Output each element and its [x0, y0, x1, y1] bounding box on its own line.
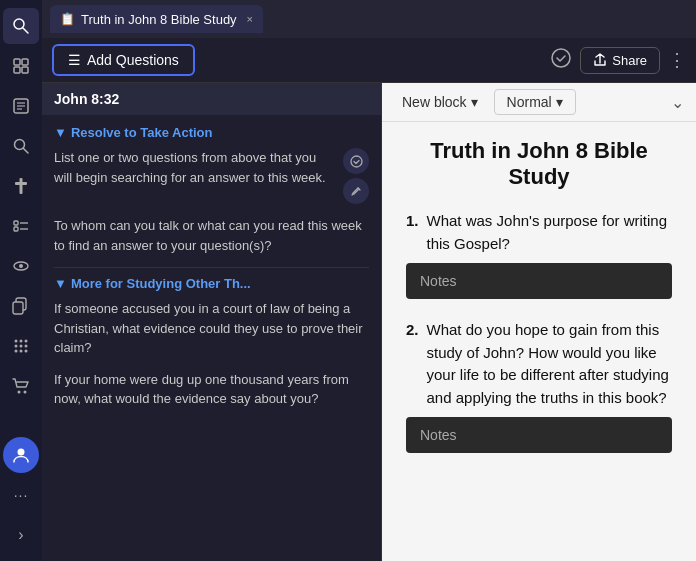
svg-point-28: [15, 350, 18, 353]
right-panel: New block ▾ Normal ▾ ⌄ Truth in John 8 B…: [382, 83, 696, 561]
svg-line-1: [23, 28, 28, 33]
expand-icon[interactable]: ⌄: [671, 93, 684, 112]
divider: [54, 267, 369, 268]
question-1: 1. What was John's purpose for writing t…: [406, 210, 672, 255]
svg-point-22: [15, 340, 18, 343]
svg-rect-16: [14, 227, 18, 231]
question-block-2: 2. What do you hope to gain from this st…: [406, 319, 672, 453]
active-tab[interactable]: 📋 Truth in John 8 Bible Study ×: [50, 5, 263, 33]
section-resolve-header[interactable]: ▼ Resolve to Take Action: [54, 125, 369, 140]
main-area: 📋 Truth in John 8 Bible Study × ☰ Add Qu…: [42, 0, 696, 561]
normal-style-button[interactable]: Normal ▾: [494, 89, 576, 115]
question-item: If your home were dug up one thousand ye…: [54, 370, 369, 409]
svg-rect-13: [15, 182, 27, 185]
left-scroll[interactable]: ▼ Resolve to Take Action List one or two…: [42, 115, 381, 561]
right-toolbar: New block ▾ Normal ▾ ⌄: [382, 83, 696, 122]
question-text: If someone accused you in a court of law…: [54, 299, 369, 358]
question-item: List one or two questions from above tha…: [54, 148, 369, 204]
right-scroll[interactable]: Truth in John 8 Bible Study 1. What was …: [382, 122, 696, 561]
section-more-chevron: ▼: [54, 276, 67, 291]
ellipsis-icon[interactable]: ···: [3, 477, 39, 513]
svg-point-29: [20, 350, 23, 353]
svg-point-32: [24, 391, 27, 394]
svg-rect-12: [20, 178, 23, 194]
toolbar: ☰ Add Questions Share ⋮: [42, 38, 696, 83]
new-block-chevron-icon: ▾: [471, 94, 478, 110]
svg-rect-14: [14, 221, 18, 225]
svg-point-35: [351, 156, 362, 167]
svg-point-31: [18, 391, 21, 394]
search-large-icon[interactable]: [3, 128, 39, 164]
tab-bar: 📋 Truth in John 8 Bible Study ×: [42, 0, 696, 38]
search-icon[interactable]: [3, 8, 39, 44]
svg-point-34: [552, 49, 570, 67]
tab-icon: 📋: [60, 12, 75, 26]
svg-point-23: [20, 340, 23, 343]
content-area: John 8:32 ▼ Resolve to Take Action List …: [42, 83, 696, 561]
section-more-label: More for Studying Other Th...: [71, 276, 251, 291]
toolbar-right: Share ⋮: [550, 47, 686, 74]
more-options-icon[interactable]: ⋮: [668, 49, 686, 71]
share-label: Share: [612, 53, 647, 68]
book-icon[interactable]: [3, 88, 39, 124]
svg-rect-5: [22, 67, 28, 73]
check-list-icon[interactable]: [3, 208, 39, 244]
svg-rect-3: [22, 59, 28, 65]
dots-grid-icon[interactable]: [3, 328, 39, 364]
notes-box-1[interactable]: Notes: [406, 263, 672, 299]
question-1-number: 1.: [406, 210, 419, 255]
notes-label-2: Notes: [420, 427, 457, 443]
question-text: If your home were dug up one thousand ye…: [54, 370, 369, 409]
tab-label: Truth in John 8 Bible Study: [81, 12, 237, 27]
question-2-number: 2.: [406, 319, 419, 409]
svg-point-27: [25, 345, 28, 348]
share-button[interactable]: Share: [580, 47, 660, 74]
left-panel: John 8:32 ▼ Resolve to Take Action List …: [42, 83, 382, 561]
cart-icon[interactable]: [3, 368, 39, 404]
notes-label-1: Notes: [420, 273, 457, 289]
add-questions-button[interactable]: ☰ Add Questions: [52, 44, 195, 76]
copy-icon[interactable]: [3, 288, 39, 324]
cross-icon[interactable]: [3, 168, 39, 204]
grid-icon[interactable]: [3, 48, 39, 84]
svg-line-11: [24, 149, 29, 154]
section-resolve-chevron: ▼: [54, 125, 67, 140]
svg-point-30: [25, 350, 28, 353]
question-item: If someone accused you in a court of law…: [54, 299, 369, 358]
notes-box-2[interactable]: Notes: [406, 417, 672, 453]
eye-icon[interactable]: [3, 248, 39, 284]
check-circle-icon: [550, 47, 572, 74]
doc-title: Truth in John 8 Bible Study: [406, 138, 672, 190]
close-tab-icon[interactable]: ×: [247, 13, 253, 25]
reference-bar: John 8:32: [42, 83, 381, 115]
question-text: List one or two questions from above tha…: [54, 148, 335, 187]
question-text: To whom can you talk or what can you rea…: [54, 216, 369, 255]
svg-point-33: [18, 449, 25, 456]
collapse-icon[interactable]: ›: [3, 517, 39, 553]
question-action-circle-btn[interactable]: [343, 148, 369, 174]
question-actions: [343, 148, 369, 204]
section-more-header[interactable]: ▼ More for Studying Other Th...: [54, 276, 369, 291]
normal-chevron-icon: ▾: [556, 94, 563, 110]
svg-rect-4: [14, 67, 20, 73]
svg-point-24: [25, 340, 28, 343]
add-questions-label: Add Questions: [87, 52, 179, 68]
question-1-text: What was John's purpose for writing this…: [427, 210, 672, 255]
svg-point-25: [15, 345, 18, 348]
svg-rect-2: [14, 59, 20, 65]
new-block-button[interactable]: New block ▾: [394, 90, 486, 114]
question-2: 2. What do you hope to gain from this st…: [406, 319, 672, 409]
svg-point-19: [19, 264, 23, 268]
section-resolve-label: Resolve to Take Action: [71, 125, 213, 140]
svg-point-26: [20, 345, 23, 348]
svg-rect-21: [13, 302, 23, 314]
icon-bar: ··· ›: [0, 0, 42, 561]
user-icon[interactable]: [3, 437, 39, 473]
normal-label: Normal: [507, 94, 552, 110]
question-block-1: 1. What was John's purpose for writing t…: [406, 210, 672, 299]
reference-text: John 8:32: [54, 91, 119, 107]
menu-icon: ☰: [68, 52, 81, 68]
question-action-edit-btn[interactable]: [343, 178, 369, 204]
question-item: To whom can you talk or what can you rea…: [54, 216, 369, 255]
new-block-label: New block: [402, 94, 467, 110]
